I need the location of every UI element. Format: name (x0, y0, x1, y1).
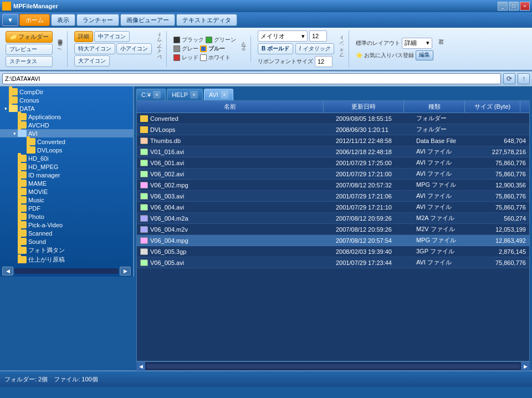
tab-close-button[interactable]: × (153, 91, 161, 99)
file-name-cell: V06_005.avi (137, 258, 332, 267)
col-header-date[interactable]: 更新日時 (324, 101, 404, 113)
table-row[interactable]: V06_001.avi2001/07/29 17:25:00AVI ファイル75… (137, 157, 529, 169)
file-name-text: V06_005.3gp (150, 248, 186, 255)
close-button[interactable]: × (520, 2, 530, 11)
file-name-text: Thumbs.db (150, 137, 181, 144)
font-name-select[interactable]: メイリオ ▾ (258, 30, 308, 42)
sidebar-item-AVI[interactable]: ▾AVI (0, 129, 133, 137)
ribbon-btn-medium-icon[interactable]: 中アイコン (94, 31, 130, 42)
layout-select[interactable]: 詳細 ▾ (402, 38, 432, 49)
tab-C:¥[interactable]: C:¥× (136, 89, 166, 100)
menu-item-view[interactable]: 表示 (51, 14, 75, 26)
file-name-cell: V06_003.avi (137, 192, 332, 201)
col-header-name[interactable]: 名前 (137, 101, 324, 113)
file-name-cell: V06_001.avi (137, 159, 332, 167)
sidebar-item-Sound[interactable]: Sound (0, 237, 133, 246)
tab-HELP[interactable]: HELP× (167, 89, 203, 100)
address-input[interactable] (2, 73, 501, 84)
table-row[interactable]: DVLoops2008/06/30 1:20:11フォルダー (137, 124, 529, 135)
menu-item-home[interactable]: ホーム (19, 14, 50, 26)
sidebar-item-Cronus[interactable]: Cronus (0, 96, 133, 104)
title-bar: MPFileManager _ □ × (0, 0, 532, 12)
file-size-cell: 75,860,776 (474, 170, 529, 178)
ribbon-btn-small-icon[interactable]: 小アイコン (116, 43, 152, 54)
sidebar-item-label: Cronus (19, 97, 39, 104)
tab-close-button[interactable]: × (190, 91, 198, 99)
file-icon (140, 115, 148, 122)
ribbon-btn-detail[interactable]: 詳細 (74, 31, 93, 42)
table-row[interactable]: V06_005.3gp2008/02/03 19:39:403GP ファイル2,… (137, 246, 529, 257)
minimize-button[interactable]: _ (498, 2, 508, 11)
table-row[interactable]: V06_002.mpg2007/08/12 20:57:32MPG ファイル12… (137, 180, 529, 191)
table-row[interactable]: Converted2009/08/05 18:55:15フォルダー (137, 113, 529, 124)
hscroll-right-btn[interactable]: ▶ (521, 362, 530, 371)
file-size-cell: 12,863,492 (474, 236, 529, 245)
table-row[interactable]: Thumbs.db2012/11/12 22:48:58Data Base Fi… (137, 135, 529, 146)
font-size-input[interactable]: 12 (309, 30, 327, 42)
file-list-body[interactable]: Converted2009/08/05 18:55:15フォルダーDVLoops… (137, 113, 529, 361)
sidebar-item-Converted[interactable]: Converted (0, 137, 133, 146)
file-icon (140, 248, 148, 255)
sidebar-item-CompDir[interactable]: CompDir (0, 88, 133, 96)
theme-gray-swatch[interactable] (173, 45, 180, 52)
favorites-label: お気に入りパス登録 (364, 52, 414, 59)
hscroll-left-btn[interactable]: ◀ (136, 362, 145, 371)
app-menu-dropdown[interactable]: ▼ (2, 14, 18, 26)
sidebar-scroll-left[interactable]: ◀ (2, 267, 13, 275)
up-button[interactable]: ↑ (518, 73, 530, 84)
menu-item-image-viewer[interactable]: 画像ビューアー (120, 14, 175, 26)
table-row[interactable]: V06_004.avi2001/07/29 17:21:10AVI ファイル75… (137, 202, 529, 213)
table-row[interactable]: V06_004.mpg2007/08/12 20:57:54MPG ファイル12… (137, 235, 529, 246)
tabs-bar: C:¥×HELP×AVI× (134, 86, 532, 100)
maximize-button[interactable]: □ (509, 2, 519, 11)
file-date-cell: 2007/08/12 20:59:26 (332, 214, 413, 223)
theme-red-label: レッド (182, 54, 198, 62)
file-name-cell: V06_004.mpg (137, 236, 332, 245)
theme-white-label: ホワイト (208, 54, 231, 62)
col-header-size[interactable]: サイズ (Byte) (465, 101, 520, 113)
table-row[interactable]: V06_003.avi2001/07/29 17:21:06AVI ファイル75… (137, 191, 529, 202)
favorites-edit-btn[interactable]: 編集 (416, 50, 433, 60)
ribbon-btn-status[interactable]: ステータス (6, 56, 53, 67)
content-area: C:¥×HELP×AVI× 名前 更新日時 種類 サイズ (Byte) Conv… (134, 86, 532, 370)
folder-icon (18, 238, 27, 245)
menu-item-text-editor[interactable]: テキストエディタ (176, 14, 237, 26)
file-list-header: 名前 更新日時 種類 サイズ (Byte) (137, 101, 529, 113)
file-date-cell: 2001/07/29 17:21:10 (332, 203, 413, 212)
table-row[interactable]: V06_005.avi2001/07/29 17:23:44AVI ファイル75… (137, 257, 529, 268)
refresh-button[interactable]: ⟳ (503, 73, 515, 84)
theme-black-swatch[interactable] (173, 37, 180, 43)
title-bar-left: MPFileManager (2, 2, 58, 11)
table-row[interactable]: V01_016.avi2006/12/18 22:48:18AVI ファイル22… (137, 146, 529, 157)
hscroll-track[interactable] (146, 364, 520, 369)
tab-AVI[interactable]: AVI× (204, 89, 233, 100)
ribbon-btn-xlarge-icon[interactable]: 特大アイコン (74, 43, 115, 54)
theme-green-swatch[interactable] (206, 37, 212, 43)
table-row[interactable]: V06_004.m2v2007/08/12 20:59:26M2V ファイル12… (137, 224, 529, 235)
table-row[interactable]: V06_002.avi2001/07/29 17:21:00AVI ファイル75… (137, 169, 529, 180)
tab-label: C:¥ (141, 91, 151, 98)
file-name-text: V06_005.avi (150, 259, 184, 266)
file-icon (140, 215, 148, 222)
file-name-text: DVLoops (150, 126, 175, 133)
italic-btn[interactable]: I イタリック (295, 43, 334, 54)
menu-item-launcher[interactable]: ランチャー (76, 14, 119, 26)
ribbon-btn-preview[interactable]: プレビュー (6, 44, 53, 55)
file-name-text: V06_001.avi (150, 160, 184, 166)
sidebar-item-仕上がり原稿[interactable]: 仕上がり原稿 (0, 255, 133, 264)
col-header-type[interactable]: 種類 (404, 101, 465, 113)
file-name-cell: V06_002.avi (137, 170, 332, 178)
sidebar-item-フォト満タン[interactable]: フォト満タン (0, 246, 133, 255)
sidebar-scroll-right[interactable]: ▶ (120, 267, 131, 275)
theme-white-swatch[interactable] (200, 54, 207, 61)
ribbon-font-size-input[interactable]: 12 (315, 56, 332, 67)
ribbon-btn-large-icon[interactable]: 大アイコン (74, 55, 110, 67)
file-name-cell: Thumbs.db (137, 136, 332, 145)
theme-label: テーマ (240, 43, 247, 54)
tab-close-button[interactable]: × (221, 91, 228, 99)
bold-btn[interactable]: B ボールド (258, 43, 293, 54)
theme-red-swatch[interactable] (173, 54, 180, 61)
theme-blue-swatch[interactable] (200, 45, 207, 52)
ribbon-btn-folder[interactable]: 📁 フォルダー (6, 31, 53, 43)
table-row[interactable]: V06_004.m2a2007/08/12 20:59:26M2A ファイル56… (137, 213, 529, 224)
